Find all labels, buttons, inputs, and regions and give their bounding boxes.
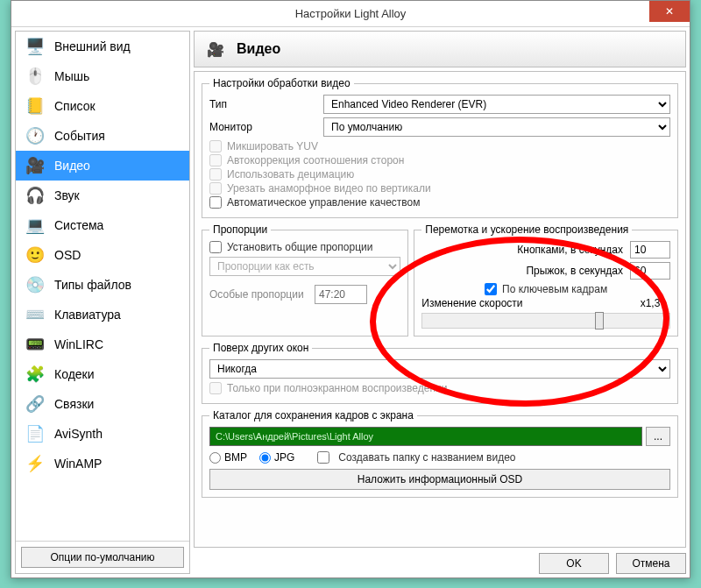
sidebar-item[interactable]: 📟WinLIRC bbox=[16, 329, 189, 359]
monitor-select[interactable]: По умолчанию bbox=[323, 117, 670, 137]
snapshot-group: Каталог для сохранения кадров с экрана .… bbox=[202, 409, 678, 498]
jump-sec-input[interactable] bbox=[630, 262, 670, 280]
create-folder-label[interactable]: Создавать папку с названием видео bbox=[317, 451, 515, 464]
cancel-button[interactable]: Отмена bbox=[616, 553, 686, 574]
ontop-select[interactable]: Никогда bbox=[209, 359, 670, 379]
sidebar-item-icon: 🖥️ bbox=[23, 34, 47, 59]
sidebar-item-label: События bbox=[54, 129, 105, 143]
sidebar-item[interactable]: 🔗Связки bbox=[16, 389, 189, 419]
sidebar-item-label: WinAMP bbox=[54, 457, 102, 471]
speed-value: x1,3 bbox=[630, 297, 670, 309]
special-prop-label: Особые пропорции bbox=[209, 288, 315, 301]
close-button[interactable]: ✕ bbox=[649, 1, 690, 22]
mix-yuv-checkbox bbox=[209, 140, 222, 152]
sidebar-item-label: Клавиатура bbox=[54, 308, 121, 322]
close-icon: ✕ bbox=[665, 5, 674, 18]
group-legend: Пропорции bbox=[209, 223, 271, 236]
sidebar-item[interactable]: ⚡WinAMP bbox=[16, 449, 189, 478]
titlebar: Настройки Light Alloy ✕ bbox=[11, 1, 690, 27]
sidebar-item-label: WinLIRC bbox=[54, 337, 103, 351]
sidebar-item-label: Система bbox=[54, 218, 103, 232]
sidebar-item-icon: 🧩 bbox=[23, 362, 47, 386]
set-common-prop-checkbox[interactable] bbox=[209, 241, 222, 253]
sidebar-item[interactable]: 🧩Кодеки bbox=[16, 359, 189, 389]
proportions-select: Пропорции как есть bbox=[209, 257, 400, 276]
sidebar-item[interactable]: 🖱️Мышь bbox=[16, 61, 189, 91]
ontop-group: Поверх других окон Никогда Только при по… bbox=[202, 342, 678, 404]
proportions-group: Пропорции Установить общие пропорции Про… bbox=[202, 223, 408, 337]
ok-button[interactable]: OK bbox=[539, 553, 609, 574]
sidebar-item-icon: 🖱️ bbox=[23, 64, 47, 89]
sidebar-item-label: Список bbox=[54, 99, 96, 113]
sidebar-item-label: Связки bbox=[54, 397, 94, 411]
sidebar-item[interactable]: 🙂OSD bbox=[16, 240, 189, 270]
sidebar-item[interactable]: 📒Список bbox=[16, 91, 189, 121]
group-legend: Поверх других окон bbox=[209, 342, 312, 354]
renderer-select[interactable]: Enhanced Video Renderer (EVR) bbox=[323, 95, 670, 114]
decimation-checkbox bbox=[209, 168, 222, 181]
sidebar-item[interactable]: 📄AviSynth bbox=[16, 419, 189, 449]
sidebar-item-label: OSD bbox=[54, 248, 81, 262]
speed-slider[interactable] bbox=[421, 313, 670, 329]
dialog-footer: OK Отмена bbox=[194, 553, 686, 574]
sidebar-item-icon: 🔗 bbox=[23, 392, 47, 416]
group-legend: Перемотка и ускорение воспроизведения bbox=[421, 223, 632, 236]
sidebar-item-label: Типы файлов bbox=[54, 278, 131, 292]
sidebar-item-label: Звук bbox=[54, 188, 80, 202]
jpg-radio-label[interactable]: JPG bbox=[259, 451, 294, 464]
sidebar-item-icon: 🙂 bbox=[23, 243, 47, 267]
section-title: Видео bbox=[237, 41, 280, 57]
window-title: Настройки Light Alloy bbox=[11, 7, 690, 20]
sidebar-item-label: Кодеки bbox=[54, 367, 95, 381]
settings-window: Настройки Light Alloy ✕ 🖥️Внешний вид🖱️М… bbox=[11, 0, 690, 578]
camcorder-icon: 🎥 bbox=[203, 37, 228, 61]
sidebar-item-label: Мышь bbox=[54, 69, 89, 83]
sidebar-item[interactable]: 💿Типы файлов bbox=[16, 270, 189, 300]
monitor-label: Монитор bbox=[209, 121, 323, 133]
speed-label: Изменение скорости bbox=[421, 297, 623, 309]
bmp-radio[interactable] bbox=[209, 452, 221, 464]
defaults-button[interactable]: Опции по-умолчанию bbox=[21, 547, 184, 568]
sidebar-item-icon: 💿 bbox=[23, 273, 47, 297]
group-legend: Настройки обработки видео bbox=[209, 77, 354, 89]
sidebar-item-icon: 💻 bbox=[23, 213, 47, 237]
section-header: 🎥 Видео bbox=[194, 31, 686, 67]
sidebar-item-label: Видео bbox=[54, 159, 90, 173]
bmp-radio-label[interactable]: BMP bbox=[209, 451, 247, 464]
sidebar-item-icon: 🎧 bbox=[23, 183, 47, 208]
group-legend: Каталог для сохранения кадров с экрана bbox=[209, 409, 417, 422]
buttons-sec-label: Кнопками, в секундах bbox=[421, 244, 623, 256]
snapshot-path-input[interactable] bbox=[209, 427, 642, 446]
sidebar-item-icon: 🎥 bbox=[23, 153, 47, 178]
seek-speed-group: Перемотка и ускорение воспроизведения Кн… bbox=[414, 223, 678, 337]
sidebar-item[interactable]: 🎥Видео bbox=[16, 151, 189, 181]
sidebar-item-icon: 🕐 bbox=[23, 124, 47, 148]
create-folder-checkbox[interactable] bbox=[317, 451, 329, 464]
sidebar-item[interactable]: 💻Система bbox=[16, 210, 189, 240]
sidebar-item-icon: 📒 bbox=[23, 94, 47, 118]
sidebar-item[interactable]: 🕐События bbox=[16, 121, 189, 151]
special-prop-input bbox=[315, 285, 367, 304]
sidebar: 🖥️Внешний вид🖱️Мышь📒Список🕐События🎥Видео… bbox=[15, 31, 190, 574]
sidebar-item-icon: ⚡ bbox=[23, 451, 47, 476]
buttons-sec-input[interactable] bbox=[630, 241, 670, 259]
sidebar-item-icon: ⌨️ bbox=[23, 302, 47, 327]
sidebar-item-icon: 📟 bbox=[23, 332, 47, 357]
autocorr-checkbox bbox=[209, 154, 222, 166]
overlay-osd-button[interactable]: Наложить информационный OSD bbox=[209, 469, 670, 490]
sidebar-item[interactable]: 🎧Звук bbox=[16, 181, 189, 210]
keyframes-checkbox[interactable] bbox=[485, 283, 497, 295]
sidebar-item[interactable]: ⌨️Клавиатура bbox=[16, 300, 189, 329]
auto-quality-checkbox[interactable] bbox=[209, 196, 222, 209]
sidebar-item-label: Внешний вид bbox=[54, 39, 131, 53]
video-processing-group: Настройки обработки видео Тип Enhanced V… bbox=[202, 77, 678, 218]
browse-button[interactable]: ... bbox=[646, 427, 670, 446]
fullscreen-only-checkbox bbox=[209, 382, 222, 394]
content-area: 🎥 Видео Настройки обработки видео Тип En… bbox=[194, 31, 686, 574]
sidebar-item[interactable]: 🖥️Внешний вид bbox=[16, 32, 189, 61]
sidebar-item-icon: 📄 bbox=[23, 422, 47, 446]
crop-anam-checkbox bbox=[209, 182, 222, 195]
jpg-radio[interactable] bbox=[259, 452, 271, 464]
sidebar-item-label: AviSynth bbox=[54, 427, 103, 441]
jump-sec-label: Прыжок, в секундах bbox=[421, 265, 623, 277]
